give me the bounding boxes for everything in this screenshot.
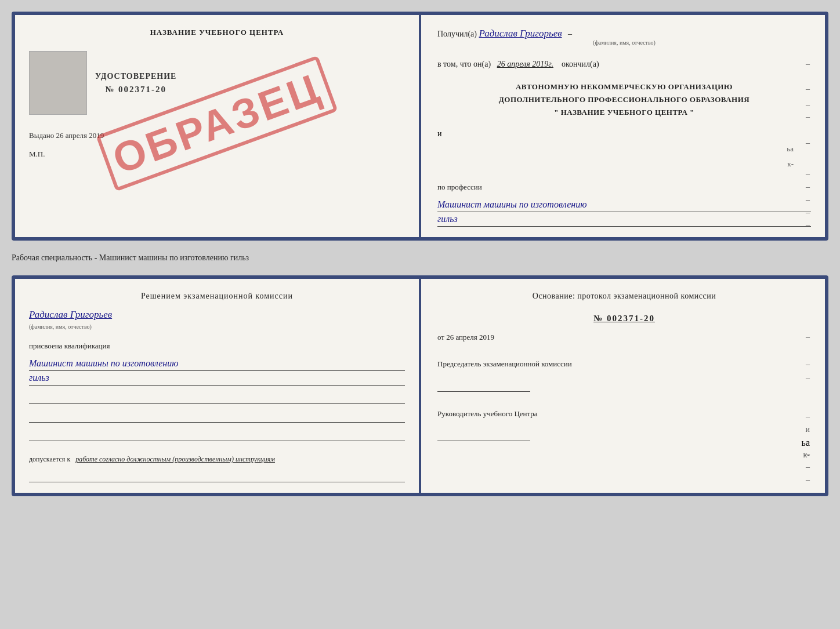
profession-value: Машинист машины по изготовлению гильз [437, 198, 811, 227]
top-left-inner: УДОСТОВЕРЕНИЕ № 002371-20 [29, 48, 405, 118]
head-sign-line [437, 428, 530, 441]
org-block: АВТОНОМНУЮ НЕКОММЕРЧЕСКУЮ ОРГАНИЗАЦИЮ ДО… [437, 81, 811, 119]
date-line: в том, что он(а) 26 апреля 2019г. окончи… [437, 60, 811, 69]
blank-line2 [29, 410, 405, 423]
br-dash3: – [806, 374, 810, 383]
top-left-title: НАЗВАНИЕ УЧЕБНОГО ЦЕНТРА [29, 28, 405, 37]
br-dash9: – [806, 463, 810, 472]
fio-sub-top: (фамилия, имя, отчество) [437, 39, 811, 46]
cert-label: УДОСТОВЕРЕНИЕ [95, 72, 176, 81]
mp-label: М.П. [29, 150, 405, 159]
profession-value-text2: гильз [437, 212, 811, 227]
br-date-line: от 26 апреля 2019 – [437, 333, 811, 342]
qualification-block: Машинист машины по изготовлению гильз [29, 357, 405, 386]
dash2: – [806, 85, 810, 94]
issued-line: Выдано 26 апреля 2019 [29, 131, 405, 140]
blank-line4 [29, 470, 405, 482]
issued-date: 26 апреля 2019 [56, 131, 104, 140]
blank-line3 [29, 428, 405, 441]
received-label: Получил(а) [437, 30, 477, 38]
basis-title: Основание: протокол экзаменационной коми… [437, 292, 811, 301]
br-number: № 002371-20 [437, 314, 811, 323]
date-prefix: в том, что он(а) [437, 60, 491, 68]
org-line2: ДОПОЛНИТЕЛЬНОГО ПРОФЕССИОНАЛЬНОГО ОБРАЗО… [437, 93, 811, 106]
org-line3: " НАЗВАНИЕ УЧЕБНОГО ЦЕНТРА " [437, 106, 811, 119]
chairman-sign-line [437, 379, 530, 392]
dash10: – [806, 221, 810, 230]
chairman-label: Председатель экзаменационной комиссии [437, 358, 811, 370]
br-date-prefix: от [437, 333, 444, 341]
dash1: – [806, 60, 810, 69]
dash9: – [806, 208, 810, 217]
bl-name: Радислав Григорьев [29, 309, 112, 320]
dash8: – [806, 195, 810, 205]
bottom-left-panel: Решением экзаменационной комиссии Радисл… [15, 279, 420, 493]
br-dash7: – [806, 437, 810, 446]
br-dash5: и [806, 425, 810, 434]
dash4: – [806, 112, 810, 122]
top-right-panel: Получил(а) Радислав Григорьев – (фамилия… [420, 15, 825, 237]
decision-title: Решением экзаменационной комиссии [29, 292, 405, 301]
and-label: и [437, 129, 442, 138]
date-suffix: окончил(а) [562, 60, 599, 68]
bl-name-block: Радислав Григорьев (фамилия, имя, отчест… [29, 309, 405, 331]
br-dash1: – [806, 333, 810, 342]
page-container: НАЗВАНИЕ УЧЕБНОГО ЦЕНТРА УДОСТОВЕРЕНИЕ №… [12, 12, 828, 496]
br-dash2: – [806, 360, 810, 369]
dash6: – [806, 170, 810, 179]
cert-number: № 002371-20 [95, 85, 176, 94]
qualification-text2: гильз [29, 371, 405, 386]
photo-placeholder [29, 51, 87, 115]
br-date-value: 26 апреля 2019 [446, 333, 494, 341]
received-line: Получил(а) Радислав Григорьев – (фамилия… [437, 28, 811, 46]
br-dash4: – [806, 412, 810, 421]
between-label: Рабочая специальность - Машинист машины … [12, 251, 828, 265]
left-texts: УДОСТОВЕРЕНИЕ № 002371-20 [95, 48, 176, 118]
dash3: – [806, 101, 810, 110]
top-document: НАЗВАНИЕ УЧЕБНОГО ЦЕНТРА УДОСТОВЕРЕНИЕ №… [12, 12, 828, 241]
br-dash8: – [806, 450, 810, 459]
br-dash10: – [806, 475, 810, 485]
profession-value-text: Машинист машины по изготовлению [437, 198, 811, 212]
allow-value: работе согласно должностным (производств… [75, 455, 275, 463]
issued-label: Выдано [29, 131, 54, 140]
bl-fio-sub: (фамилия, имя, отчество) [29, 323, 92, 330]
dash5: – [806, 139, 810, 148]
qualification-text: Машинист машины по изготовлению [29, 357, 405, 371]
dash7: – [806, 183, 810, 192]
right-and-label: и – [437, 128, 811, 139]
received-name: Радислав Григорьев [479, 28, 562, 39]
date-value: 26 апреля 2019г. [497, 60, 553, 68]
allow-label: допускается к работе согласно должностны… [29, 455, 405, 464]
ya-label: ьа [437, 144, 811, 154]
k-label: к- [437, 159, 811, 169]
org-line1: АВТОНОМНУЮ НЕКОММЕРЧЕСКУЮ ОРГАНИЗАЦИЮ [437, 81, 811, 93]
profession-label: по профессии [437, 183, 811, 192]
head-label: Руководитель учебного Центра [437, 408, 811, 420]
top-left-panel: НАЗВАНИЕ УЧЕБНОГО ЦЕНТРА УДОСТОВЕРЕНИЕ №… [15, 15, 420, 237]
blank-line1 [29, 391, 405, 404]
assigned-label: присвоена квалификация [29, 341, 405, 351]
allow-prefix: допускается к [29, 455, 70, 463]
bottom-right-panel: Основание: протокол экзаменационной коми… [420, 279, 825, 493]
bottom-document: Решением экзаменационной комиссии Радисл… [12, 275, 828, 496]
